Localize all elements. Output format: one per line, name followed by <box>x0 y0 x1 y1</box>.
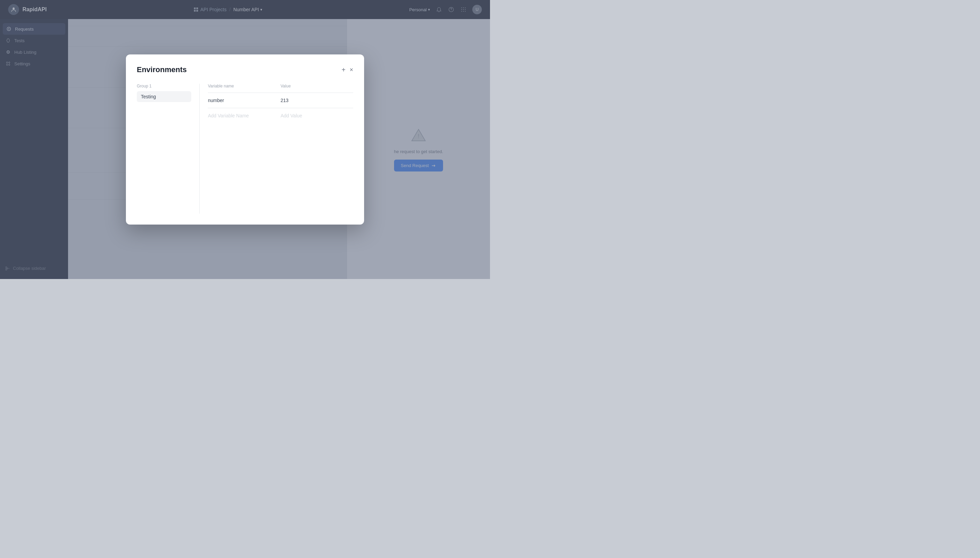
variable-name-header: Variable name <box>208 84 281 89</box>
add-variable-value-placeholder[interactable]: Add Value <box>281 113 353 118</box>
modal-header: Environments + × <box>137 65 353 74</box>
variable-value-header: Value <box>281 84 353 89</box>
group-testing-label: Testing <box>141 94 156 99</box>
group-label: Group 1 <box>137 84 191 89</box>
modal-body: Group 1 Testing Variable name Value numb… <box>137 84 353 214</box>
add-variable-name-placeholder[interactable]: Add Variable Name <box>208 113 281 118</box>
groups-panel: Group 1 Testing <box>137 84 191 214</box>
close-icon: × <box>350 66 353 74</box>
modal-close-button[interactable]: × <box>350 66 353 74</box>
variable-name-cell: number <box>208 98 281 103</box>
modal-header-actions: + × <box>341 66 353 74</box>
group-testing-item[interactable]: Testing <box>137 91 191 102</box>
environments-modal: Environments + × Group 1 Testing <box>126 54 364 225</box>
variable-value-cell: 213 <box>281 98 353 103</box>
variables-panel: Variable name Value number 213 Add Varia… <box>199 84 353 214</box>
modal-overlay[interactable]: Environments + × Group 1 Testing <box>0 0 490 279</box>
variable-row: number 213 <box>208 93 353 108</box>
plus-icon: + <box>341 66 346 73</box>
modal-add-button[interactable]: + <box>341 66 346 73</box>
variable-add-row: Add Variable Name Add Value <box>208 108 353 123</box>
variable-table-header: Variable name Value <box>208 84 353 93</box>
modal-title: Environments <box>137 65 187 74</box>
